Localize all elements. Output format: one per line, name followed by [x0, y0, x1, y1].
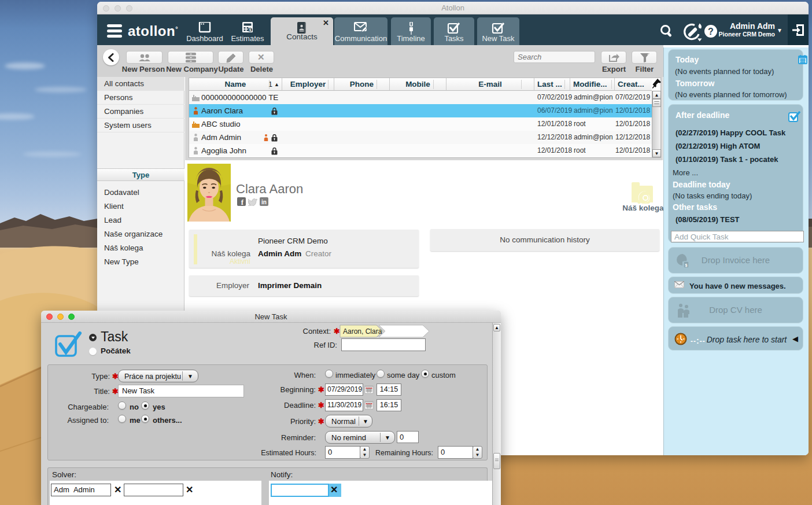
svg-text:?: ? [708, 27, 714, 36]
svg-text:Aaron, Clara: Aaron, Clara [343, 327, 382, 336]
svg-text:in: in [261, 199, 267, 205]
svg-text:$: $ [249, 28, 252, 32]
svg-text:f: f [241, 198, 244, 206]
